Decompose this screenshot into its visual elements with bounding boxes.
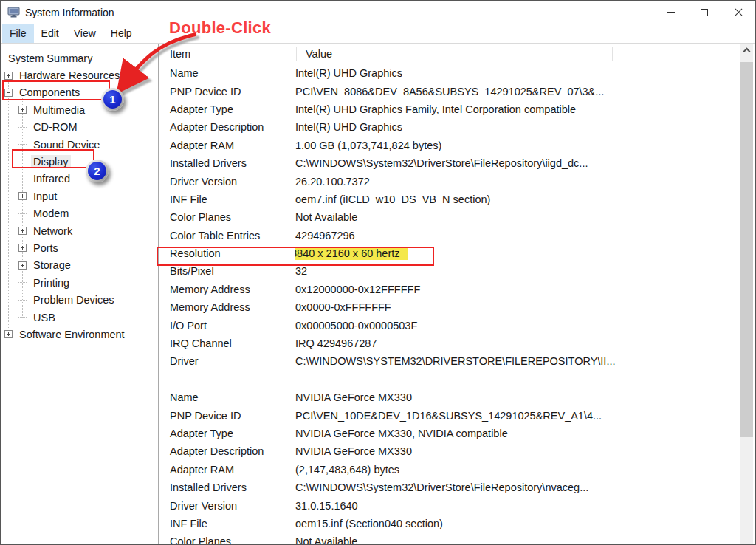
details-row[interactable]: DriverC:\WINDOWS\SYSTEM32\DRIVERSTORE\FI…	[159, 352, 740, 370]
tree-item-usb[interactable]: USB	[1, 309, 157, 326]
tree-item-sound-device[interactable]: Sound Device	[1, 136, 157, 153]
tree-item-multimedia[interactable]: Multimedia	[1, 101, 157, 118]
tree-item-label: Problem Devices	[31, 293, 117, 306]
tree-item-input[interactable]: Input	[1, 188, 157, 205]
details-row[interactable]: Adapter DescriptionIntel(R) UHD Graphics	[159, 118, 740, 136]
tree-branch-stub	[18, 144, 27, 145]
expand-icon[interactable]	[18, 192, 27, 200]
details-row[interactable]: Adapter RAM1.00 GB (1,073,741,824 bytes)	[159, 137, 740, 154]
tree-item-ports[interactable]: Ports	[1, 239, 157, 256]
menu-bar: FileEditViewHelp	[1, 24, 755, 44]
expand-icon[interactable]	[18, 244, 27, 252]
column-header-value[interactable]: Value	[306, 44, 332, 64]
details-row[interactable]: INF Fileoem7.inf (iICLD_w10_DS_VB_N sect…	[159, 191, 740, 208]
tree-branch-stub	[18, 317, 27, 318]
details-row[interactable]: NameIntel(R) UHD Graphics	[159, 64, 740, 82]
value-cell: C:\WINDOWS\System32\DriverStore\FileRepo…	[295, 157, 740, 169]
tree-item-system-summary[interactable]: System Summary	[1, 49, 157, 66]
highlighted-resolution-value: 3840 x 2160 x 60 hertz	[295, 247, 408, 260]
menu-item-help[interactable]: Help	[103, 24, 140, 43]
details-row[interactable]: IRQ ChannelIRQ 4294967287	[159, 335, 740, 352]
tree-item-network[interactable]: Network	[1, 222, 157, 239]
details-row[interactable]: Color PlanesNot Available	[159, 532, 740, 544]
column-separator[interactable]	[612, 47, 613, 61]
tree-item-storage[interactable]: Storage	[1, 257, 157, 274]
item-cell: Name	[159, 67, 295, 79]
details-row[interactable]: I/O Port0x00005000-0x0000503F	[159, 316, 740, 334]
expand-icon[interactable]	[18, 106, 27, 114]
details-row[interactable]	[159, 371, 740, 388]
collapse-icon[interactable]	[4, 89, 13, 97]
details-row[interactable]: Driver Version31.0.15.1640	[159, 496, 740, 514]
details-row[interactable]: Color PlanesNot Available	[159, 208, 740, 226]
tree-item-problem-devices[interactable]: Problem Devices	[1, 291, 157, 308]
value-cell: 3840 x 2160 x 60 hertz	[295, 247, 740, 260]
item-cell: Resolution	[159, 247, 295, 259]
value-cell: NVIDIA GeForce MX330, NVIDIA compatible	[295, 428, 740, 439]
tree-item-infrared[interactable]: Infrared	[1, 171, 157, 188]
details-row[interactable]: Installed DriversC:\WINDOWS\System32\Dri…	[159, 479, 740, 496]
details-panel: Item Value NameIntel(R) UHD GraphicsPNP …	[159, 44, 740, 544]
details-row[interactable]: Adapter TypeNVIDIA GeForce MX330, NVIDIA…	[159, 425, 740, 442]
tree-item-modem[interactable]: Modem	[1, 205, 157, 222]
tree-item-cd-rom[interactable]: CD-ROM	[1, 119, 157, 136]
tree-item-hardware-resources[interactable]: Hardware Resources	[1, 66, 157, 83]
value-cell: 1.00 GB (1,073,741,824 bytes)	[295, 140, 740, 151]
column-separator[interactable]	[296, 47, 297, 61]
menu-item-edit[interactable]: Edit	[34, 24, 66, 43]
item-cell: IRQ Channel	[159, 337, 295, 349]
tree-item-software-environment[interactable]: Software Environment	[1, 326, 157, 343]
item-cell: PNP Device ID	[159, 86, 295, 97]
tree-branch-stub	[18, 162, 27, 162]
menu-item-view[interactable]: View	[66, 24, 103, 43]
details-row[interactable]: Adapter RAM(2,147,483,648) bytes	[159, 461, 740, 479]
details-row[interactable]: Memory Address0x0000-0xFFFFFFF	[159, 298, 740, 316]
panel-splitter[interactable]	[158, 44, 159, 544]
expand-icon[interactable]	[4, 330, 13, 338]
column-header-item[interactable]: Item	[170, 44, 190, 64]
value-cell	[295, 374, 740, 385]
details-row[interactable]: PNP Device IDPCI\VEN_10DE&DEV_1D16&SUBSY…	[159, 406, 740, 424]
tree-branch-stub	[18, 127, 27, 128]
tree-item-display[interactable]: Display	[1, 153, 157, 170]
close-button[interactable]	[721, 1, 755, 24]
value-cell: NVIDIA GeForce MX330	[295, 391, 740, 403]
tree-item-components[interactable]: Components	[1, 84, 157, 101]
vertical-scrollbar[interactable]	[740, 44, 753, 544]
tree-rows: System SummaryHardware ResourcesComponen…	[1, 49, 157, 343]
tree-branch-stub	[18, 213, 27, 214]
details-row[interactable]: Color Table Entries4294967296	[159, 227, 740, 244]
details-row[interactable]: Driver Version26.20.100.7372	[159, 172, 740, 190]
expand-icon[interactable]	[18, 261, 27, 270]
details-row[interactable]: Adapter DescriptionNVIDIA GeForce MX330	[159, 442, 740, 460]
item-cell: Color Planes	[159, 535, 295, 544]
details-row[interactable]: Memory Address0x12000000-0x12FFFFFF	[159, 281, 740, 298]
scroll-up-button[interactable]	[740, 44, 753, 57]
details-row[interactable]: INF Fileoem15.inf (Section040 section)	[159, 515, 740, 532]
scrollbar-thumb[interactable]	[740, 62, 753, 437]
value-cell: oem15.inf (Section040 section)	[295, 518, 740, 529]
details-row[interactable]: Bits/Pixel32	[159, 262, 740, 280]
details-row[interactable]: Adapter TypeIntel(R) UHD Graphics Family…	[159, 100, 740, 118]
details-row[interactable]: Installed DriversC:\WINDOWS\System32\Dri…	[159, 154, 740, 172]
value-cell: C:\WINDOWS\System32\DriverStore\FileRepo…	[295, 481, 740, 493]
menu-item-file[interactable]: File	[2, 24, 34, 43]
value-cell: 32	[295, 265, 740, 277]
value-cell: (2,147,483,648) bytes	[295, 464, 740, 476]
title-bar: System Information	[1, 1, 755, 24]
tree-item-printing[interactable]: Printing	[1, 274, 157, 291]
details-row[interactable]: Resolution3840 x 2160 x 60 hertz	[159, 244, 740, 262]
tree-item-label: Ports	[31, 241, 61, 255]
value-cell: 4294967296	[295, 230, 740, 241]
value-cell: Not Available	[295, 211, 740, 223]
maximize-button[interactable]	[687, 1, 721, 24]
minimize-button[interactable]	[653, 1, 687, 24]
details-row[interactable]: PNP Device IDPCI\VEN_8086&DEV_8A56&SUBSY…	[159, 82, 740, 100]
window-controls	[653, 1, 755, 24]
expand-icon[interactable]	[18, 227, 27, 235]
value-cell: C:\WINDOWS\SYSTEM32\DRIVERSTORE\FILEREPO…	[295, 355, 740, 367]
value-cell: NVIDIA GeForce MX330	[295, 445, 740, 457]
value-cell: 0x0000-0xFFFFFFF	[295, 301, 740, 313]
expand-icon[interactable]	[4, 72, 13, 80]
details-row[interactable]: NameNVIDIA GeForce MX330	[159, 388, 740, 406]
